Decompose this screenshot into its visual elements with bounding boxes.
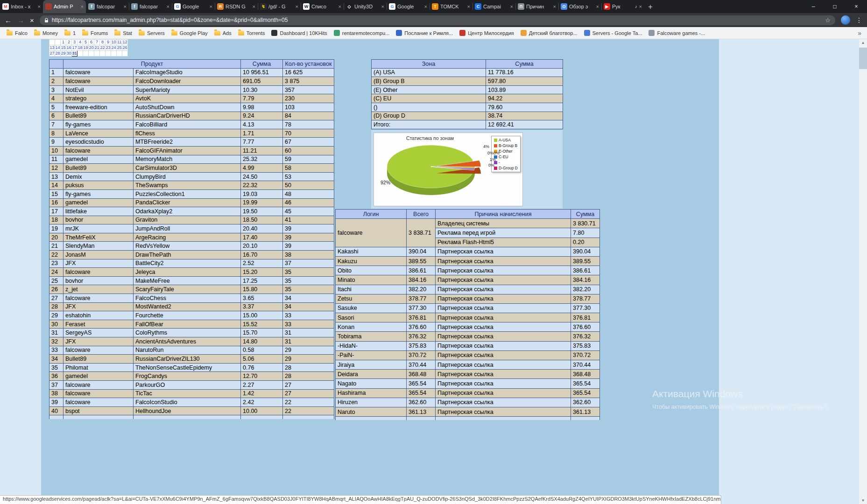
tab-close-icon[interactable]: × <box>167 4 169 9</box>
calendar-day[interactable]: 2 <box>66 40 72 45</box>
calendar-day[interactable]: 13 <box>49 45 55 51</box>
new-tab-button[interactable]: + <box>644 1 656 13</box>
cell: 9.24 <box>241 112 283 120</box>
page-scrollbar[interactable]: ▲ ▼ <box>859 39 867 504</box>
bookmark-item[interactable]: Центр Милосердия <box>457 29 517 37</box>
calendar-day[interactable]: 21 <box>94 45 100 51</box>
forward-icon[interactable]: → <box>17 17 24 24</box>
calendar-day[interactable]: 25 <box>117 45 122 51</box>
tab-close-icon[interactable]: × <box>124 4 127 9</box>
address-bar[interactable]: https://falcopartners.com/main_admin.php… <box>40 15 835 25</box>
tab-close-icon[interactable]: × <box>596 4 599 9</box>
bookmark-item[interactable]: Dashboard | 10KHits <box>268 29 330 37</box>
browser-tab[interactable]: GGoogle× <box>387 0 430 13</box>
minimize-button[interactable]: – <box>803 0 824 13</box>
calendar-day[interactable]: 11 <box>117 40 122 45</box>
back-icon[interactable]: ← <box>5 17 12 24</box>
tab-close-icon[interactable]: × <box>639 4 642 9</box>
calendar-day[interactable]: 3 <box>72 40 78 45</box>
calendar-day[interactable]: 15 <box>61 45 66 51</box>
cell: Партнерская ссылка <box>436 407 571 416</box>
scrollbar-thumb[interactable] <box>859 48 867 69</box>
scroll-down-icon[interactable]: ▼ <box>859 497 867 504</box>
payout-row-partial <box>336 417 600 420</box>
calendar-day[interactable]: 22 <box>100 45 106 51</box>
browser-tab[interactable]: ffalcopar× <box>129 0 172 13</box>
browser-tab[interactable]: ▶Рук♪× <box>601 0 644 13</box>
bookmarks-overflow-icon[interactable]: » <box>856 29 863 37</box>
bookmark-item[interactable]: Servers - Google Ta... <box>581 29 645 37</box>
tab-close-icon[interactable]: × <box>424 4 427 9</box>
calendar-day[interactable]: 18 <box>78 45 83 51</box>
browser-tab[interactable]: TTOMCK× <box>430 0 472 13</box>
tab-close-icon[interactable]: × <box>253 4 255 9</box>
calendar-day[interactable]: 26 <box>122 45 128 51</box>
cell: 34 <box>283 294 334 303</box>
browser-tab[interactable]: ООбзор э× <box>558 0 601 13</box>
calendar-day[interactable]: 17 <box>72 45 78 51</box>
tab-close-icon[interactable]: × <box>210 4 212 9</box>
calendar-day[interactable]: 23 <box>106 45 111 51</box>
maximize-button[interactable]: □ <box>824 0 846 13</box>
browser-tab[interactable]: ffalcopar× <box>86 0 129 13</box>
close-button[interactable]: × <box>846 0 867 13</box>
calendar-day[interactable]: 20 <box>89 45 94 51</box>
calendar-day[interactable]: 12 <box>122 40 128 45</box>
browser-tab[interactable]: WСписо× <box>301 0 344 13</box>
bookmark-item[interactable]: Послание к Римля... <box>393 29 456 37</box>
bookmark-item[interactable]: Falcoware games -... <box>646 29 708 37</box>
calendar-day[interactable]: 28 <box>55 51 61 56</box>
calendar-day[interactable]: 9 <box>106 40 111 45</box>
tab-close-icon[interactable]: × <box>81 4 84 9</box>
profile-avatar[interactable] <box>841 15 850 25</box>
browser-tab[interactable]: CCampai× <box>472 0 515 13</box>
calendar-day[interactable]: 31 <box>72 51 78 56</box>
tab-close-icon[interactable]: × <box>381 4 384 9</box>
bookmark-item[interactable]: Google Play <box>169 29 211 37</box>
browser-tab[interactable]: ↯/gd/ - G× <box>258 0 301 13</box>
bookmark-item[interactable]: 1 <box>62 29 78 37</box>
browser-tab[interactable]: RRSDN G× <box>215 0 258 13</box>
calendar-day[interactable]: 6 <box>89 40 94 45</box>
tab-close-icon[interactable]: × <box>467 4 470 9</box>
scroll-up-icon[interactable]: ▲ <box>859 39 867 46</box>
bookmark-item[interactable]: Falco <box>4 29 30 37</box>
calendar-day[interactable]: 24 <box>111 45 117 51</box>
bookmark-item[interactable]: Stat <box>112 29 135 37</box>
calendar-day[interactable]: 19 <box>83 45 89 51</box>
calendar-day[interactable]: 14 <box>55 45 61 51</box>
browser-tab[interactable]: MInbox - x× <box>0 0 43 13</box>
calendar-day[interactable]: 7 <box>94 40 100 45</box>
bookmark-item[interactable]: Forums <box>79 29 111 37</box>
payout-row: Itachi382.20Партнерская ссылка382.20 <box>336 285 600 294</box>
tab-close-icon[interactable]: × <box>38 4 41 9</box>
tab-close-icon[interactable]: × <box>296 4 298 9</box>
bookmark-item[interactable]: Ads <box>211 29 234 37</box>
tab-close-icon[interactable]: × <box>338 4 341 9</box>
tab-close-icon[interactable]: × <box>553 4 556 9</box>
calendar-day[interactable]: 29 <box>61 51 66 56</box>
browser-tab[interactable]: ◇Unity3D× <box>344 0 387 13</box>
bookmark-item[interactable]: Money <box>31 29 61 37</box>
menu-dots-icon[interactable]: ⋮ <box>856 16 862 24</box>
calendar-day[interactable]: 8 <box>100 40 106 45</box>
calendar-day[interactable]: 10 <box>111 40 117 45</box>
bookmark-item[interactable]: Servers <box>136 29 168 37</box>
stop-icon[interactable]: × <box>30 17 34 24</box>
calendar-day[interactable]: 1 <box>61 40 66 45</box>
calendar-day[interactable]: 16 <box>66 45 72 51</box>
bookmark-star-icon[interactable]: ☆ <box>825 17 831 24</box>
calendar-day[interactable]: 30 <box>66 51 72 56</box>
calendar-day[interactable]: 27 <box>49 51 55 56</box>
calendar-day[interactable]: 4 <box>78 40 83 45</box>
tab-close-icon[interactable]: × <box>510 4 513 9</box>
bookmark-item[interactable]: Torrents <box>235 29 268 37</box>
url-text: https://falcopartners.com/main_admin.php… <box>52 17 822 23</box>
bookmark-item[interactable]: rentaremotecompu... <box>331 29 393 37</box>
browser-tab[interactable]: ППричин× <box>515 0 558 13</box>
browser-tab[interactable]: Admin P× <box>43 0 86 13</box>
bookmark-item[interactable]: Детский благотвор... <box>518 29 580 37</box>
cell: 13 <box>49 172 63 181</box>
calendar-day[interactable]: 5 <box>83 40 89 45</box>
browser-tab[interactable]: GGoogle× <box>172 0 215 13</box>
